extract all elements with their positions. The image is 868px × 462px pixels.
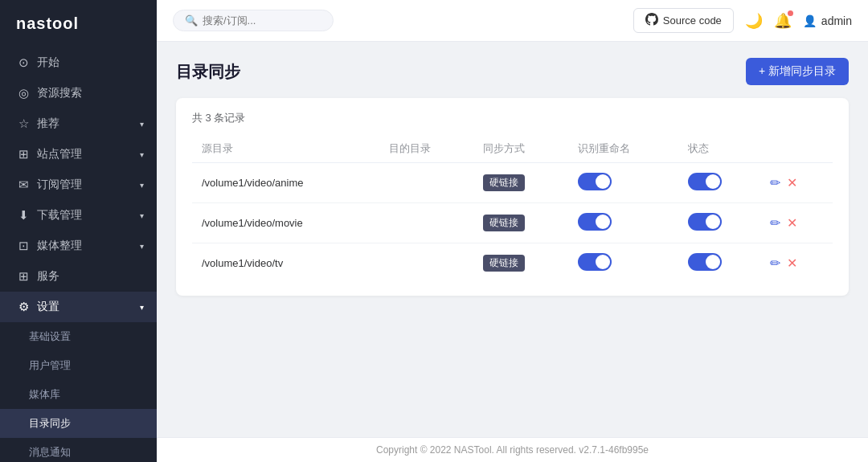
user-icon: 👤 — [803, 14, 817, 27]
col-header-source: 源目录 — [192, 135, 379, 163]
toggle-knob — [706, 215, 720, 229]
cell-rename-1 — [568, 203, 679, 243]
toggle-knob — [596, 215, 610, 229]
service-icon: ⊞ — [16, 269, 31, 284]
edit-button-1[interactable]: ✏ — [770, 215, 780, 231]
cell-destination-0 — [379, 163, 474, 203]
cell-destination-1 — [379, 203, 474, 243]
cell-sync-type-1: 硬链接 — [473, 203, 568, 243]
table-row: /volume1/video/movie 硬链接 ✏ ✕ — [192, 203, 833, 243]
theme-toggle-icon[interactable]: 🌙 — [745, 12, 763, 30]
edit-button-2[interactable]: ✏ — [770, 256, 780, 271]
dir-sync-table: 源目录 目的目录 同步方式 识别重命名 状态 /volume1/video/an… — [192, 135, 833, 283]
download-icon: ⬇ — [16, 208, 31, 223]
action-icons-0: ✏ ✕ — [770, 175, 823, 190]
sidebar-item-dir-sync[interactable]: 目录同步 — [0, 409, 157, 438]
page-title: 目录同步 — [176, 61, 240, 83]
col-header-status: 状态 — [678, 135, 760, 163]
search-icon: 🔍 — [185, 14, 198, 27]
sidebar-item-media-organize[interactable]: ⊡ 媒体整理 ▾ — [0, 231, 157, 261]
cell-destination-2 — [379, 243, 474, 284]
sidebar-label-service: 服务 — [37, 269, 59, 284]
cell-actions-1: ✏ ✕ — [760, 203, 833, 243]
add-dir-sync-button[interactable]: + 新增同步目录 — [746, 58, 849, 85]
sidebar-item-download-manage[interactable]: ⬇ 下载管理 ▾ — [0, 200, 157, 231]
rename-toggle-2[interactable] — [578, 253, 612, 271]
search-circle-icon: ◎ — [16, 86, 31, 100]
cell-actions-0: ✏ ✕ — [760, 163, 833, 203]
record-count: 共 3 条记录 — [192, 111, 833, 125]
sidebar-label-dir-sync: 目录同步 — [29, 416, 71, 431]
cell-actions-2: ✏ ✕ — [760, 243, 833, 284]
col-header-destination: 目的目录 — [379, 135, 474, 163]
chevron-down-icon: ▾ — [140, 242, 144, 251]
source-code-button[interactable]: Source code — [633, 8, 734, 33]
admin-label: admin — [821, 14, 852, 27]
sidebar-label-media-organize: 媒体整理 — [37, 239, 82, 253]
sidebar-item-site-manage[interactable]: ⊞ 站点管理 ▾ — [0, 139, 157, 170]
toggle-knob — [706, 255, 720, 269]
star-icon: ☆ — [16, 117, 31, 131]
status-toggle-1[interactable] — [688, 213, 722, 231]
cell-sync-type-0: 硬链接 — [473, 163, 568, 203]
delete-button-0[interactable]: ✕ — [787, 175, 797, 190]
sidebar-label-basic-settings: 基础设置 — [29, 329, 71, 344]
sidebar-item-basic-settings[interactable]: 基础设置 — [0, 322, 157, 351]
rename-toggle-1[interactable] — [578, 213, 612, 231]
table-row: /volume1/video/tv 硬链接 ✏ ✕ — [192, 243, 833, 284]
rename-toggle-0[interactable] — [578, 173, 612, 190]
action-icons-2: ✏ ✕ — [770, 256, 823, 271]
sidebar-item-media-library[interactable]: 媒体库 — [0, 380, 157, 409]
chevron-down-icon: ▾ — [140, 211, 144, 220]
sidebar-item-resource-search[interactable]: ◎ 资源搜索 — [0, 78, 157, 108]
cell-source-2: /volume1/video/tv — [192, 243, 379, 284]
header: 🔍 Source code 🌙 🔔 👤 admin — [157, 0, 868, 42]
sidebar-item-recommend[interactable]: ☆ 推荐 ▾ — [0, 108, 157, 139]
sidebar-item-start[interactable]: ⊙ 开始 — [0, 47, 157, 78]
sidebar-label-media-library: 媒体库 — [29, 387, 60, 402]
notification-icon[interactable]: 🔔 — [774, 12, 792, 30]
sidebar-label-site-manage: 站点管理 — [37, 147, 82, 161]
status-toggle-0[interactable] — [688, 173, 722, 190]
sync-type-badge-2: 硬链接 — [483, 255, 525, 272]
github-icon — [645, 13, 658, 28]
home-icon: ⊙ — [16, 55, 31, 70]
search-input[interactable] — [203, 14, 323, 27]
sync-type-badge-0: 硬链接 — [483, 174, 525, 191]
chevron-down-icon: ▾ — [140, 150, 144, 159]
sidebar-label-message-notify: 消息通知 — [29, 445, 71, 460]
sidebar: nastool ⊙ 开始 ◎ 资源搜索 ☆ 推荐 ▾ ⊞ 站点管理 ▾ ✉ 订阅… — [0, 0, 157, 462]
footer-version: v2.7.1-46fb995e — [579, 444, 649, 456]
table-container: 共 3 条记录 源目录 目的目录 同步方式 识别重命名 状态 /volume1/… — [176, 98, 849, 296]
table-row: /volume1/video/anime 硬链接 ✏ ✕ — [192, 163, 833, 203]
edit-button-0[interactable]: ✏ — [770, 175, 780, 190]
search-box[interactable]: 🔍 — [173, 10, 334, 31]
grid-icon: ⊞ — [16, 147, 31, 161]
cell-status-0 — [678, 163, 760, 203]
delete-button-1[interactable]: ✕ — [787, 215, 797, 231]
cell-status-2 — [678, 243, 760, 284]
sidebar-item-user-manage[interactable]: 用户管理 — [0, 351, 157, 380]
main-area: 🔍 Source code 🌙 🔔 👤 admin 目录同步 — [157, 0, 868, 462]
col-header-actions — [760, 135, 833, 163]
cell-rename-2 — [568, 243, 679, 284]
sidebar-label-start: 开始 — [37, 55, 59, 70]
toggle-knob — [596, 174, 610, 189]
toggle-knob — [706, 174, 720, 189]
cell-rename-0 — [568, 163, 679, 203]
app-logo: nastool — [0, 0, 157, 47]
sidebar-item-message-notify[interactable]: 消息通知 — [0, 438, 157, 462]
cell-source-0: /volume1/video/anime — [192, 163, 379, 203]
user-area[interactable]: 👤 admin — [803, 14, 852, 27]
sidebar-label-user-manage: 用户管理 — [29, 358, 71, 373]
cell-status-1 — [678, 203, 760, 243]
sidebar-item-service[interactable]: ⊞ 服务 — [0, 261, 157, 292]
notification-dot — [788, 10, 793, 16]
sidebar-label-order-manage: 订阅管理 — [37, 178, 82, 192]
sidebar-label-download-manage: 下载管理 — [37, 208, 82, 223]
sidebar-item-settings[interactable]: ⚙ 设置 ▾ — [0, 292, 157, 322]
status-toggle-2[interactable] — [688, 253, 722, 271]
chevron-down-icon: ▾ — [140, 181, 144, 190]
delete-button-2[interactable]: ✕ — [787, 256, 797, 271]
sidebar-item-order-manage[interactable]: ✉ 订阅管理 ▾ — [0, 170, 157, 200]
